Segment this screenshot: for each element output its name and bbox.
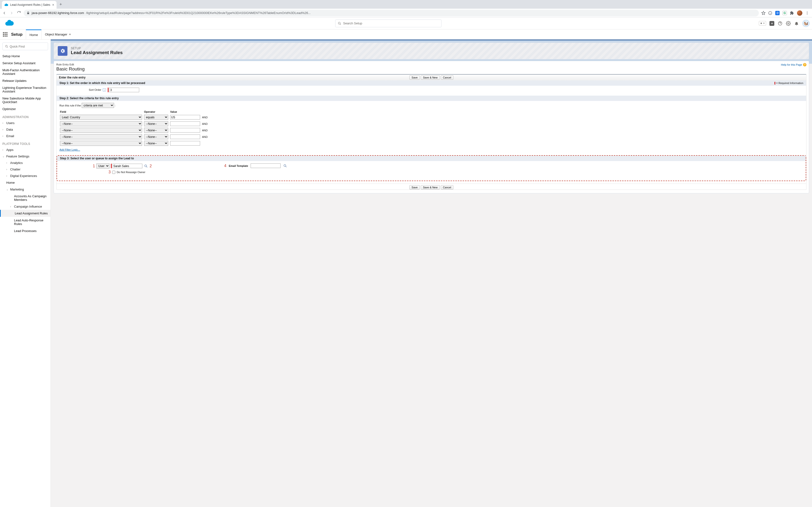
menu-icon[interactable] [805,11,809,15]
callout-4: 4 [224,164,226,168]
svg-point-3 [807,14,808,14]
operator-select[interactable]: --None-- [144,128,168,133]
cloud-icon [4,3,8,7]
lookup-icon[interactable] [283,164,287,168]
cancel-button[interactable]: Cancel [441,185,453,189]
field-select[interactable]: --None-- [60,121,142,126]
sidebar-item-lead-assignment-rules[interactable]: Lead Assignment Rules [0,210,51,217]
field-select[interactable]: --None-- [60,134,142,139]
save-new-button[interactable]: Save & New [421,185,440,189]
operator-select[interactable]: --None-- [144,121,168,126]
save-button[interactable]: Save [409,185,420,189]
global-search[interactable]: Search Setup [335,19,442,27]
sidebar-item[interactable]: Lightning Experience Transition Assistan… [0,84,51,95]
sidebar-item-digital-experiences[interactable]: ›Digital Experiences [0,173,51,179]
sidebar-item[interactable]: Multi-Factor Authentication Assistant [0,67,51,77]
criteria-row: --None-- --None-- [60,140,209,146]
sidebar-item[interactable]: Setup Home [0,53,51,60]
sidebar-item-email[interactable]: ›Email [0,133,51,139]
col-operator: Operator [144,110,170,114]
cancel-button[interactable]: Cancel [441,75,453,80]
new-tab-button[interactable]: + [57,2,65,7]
value-input[interactable] [170,121,200,126]
svg-point-9 [284,164,286,166]
do-not-reassign-checkbox[interactable] [112,171,115,174]
save-button[interactable]: Save [409,75,420,80]
extension-icon[interactable]: G [782,11,787,15]
sidebar-item-campaign-influence[interactable]: ›Campaign Influence [0,203,51,210]
sidebar-item[interactable]: Lead Auto-Response Rules [0,217,51,227]
global-actions-button[interactable]: ＋ [769,21,774,26]
info-icon[interactable]: i [103,89,106,92]
sidebar-item[interactable]: New Salesforce Mobile App QuickStart [0,95,51,106]
close-icon[interactable]: × [52,3,54,7]
quick-find-input[interactable]: Quick Find [2,43,48,50]
field-select[interactable]: --None-- [60,141,142,146]
help-icon[interactable] [778,21,782,26]
svg-point-2 [807,12,808,13]
value-input[interactable] [170,141,200,146]
assignee-input[interactable] [112,164,142,168]
assignee-type-select[interactable]: User [96,163,109,169]
field-select[interactable]: Lead: Country [60,115,142,120]
required-note: = Required Information [774,81,803,84]
sidebar-item-feature-settings[interactable]: ⌄Feature Settings [0,153,51,160]
puzzle-icon[interactable] [790,11,794,15]
address-bar[interactable]: java-power-66192.lightning.force.com/lig… [24,10,759,16]
sidebar-item[interactable]: Lead Processes [0,227,51,234]
email-template-input[interactable] [251,163,281,168]
operator-select[interactable]: --None-- [144,134,168,139]
sidebar-item-users[interactable]: ›Users [0,120,51,126]
sidebar-item-marketing[interactable]: ⌄Marketing [0,186,51,193]
sidebar-item-analytics[interactable]: ›Analytics [0,160,51,166]
save-new-button[interactable]: Save & New [421,75,440,80]
favorites-button[interactable]: ★ ▼ [759,21,766,25]
browser-tab[interactable]: Lead Assignment Rules | Sales × [2,1,57,9]
criteria-row: --None-- --None-- AND [60,127,209,133]
app-title: Setup [10,30,26,39]
info-icon[interactable] [768,11,772,15]
sidebar-item-apps[interactable]: ›Apps [0,147,51,153]
tab-title: Lead Assignment Rules | Sales [10,3,50,6]
sidebar-item-chatter[interactable]: ›Chatter [0,166,51,173]
user-avatar[interactable]: 🐿️ [802,20,810,27]
sidebar-item[interactable]: Accounts As Campaign Members [0,193,51,203]
nav-tab-object-manager[interactable]: Object Manager▼ [41,30,74,39]
rule-title: Basic Routing [56,66,85,72]
back-button[interactable] [2,11,7,15]
star-icon[interactable] [761,11,766,15]
field-select[interactable]: --None-- [60,128,142,133]
sidebar-item-home[interactable]: Home [0,179,51,186]
nav-tab-home[interactable]: Home [26,30,41,39]
col-value: Value [170,110,202,114]
callout-1: 1 [93,164,95,168]
gear-icon[interactable] [786,21,791,26]
page-eyebrow: SETUP [71,47,123,50]
sort-order-input[interactable] [109,88,139,92]
sidebar-item[interactable]: Optimizer [0,106,51,113]
sidebar-item-data[interactable]: ›Data [0,126,51,133]
reload-button[interactable] [16,11,21,15]
help-icon: ? [803,63,806,66]
url-host: java-power-66192.lightning.force.com [32,11,84,15]
operator-select[interactable]: --None-- [144,141,168,146]
help-link[interactable]: Help for this Page? [781,63,806,66]
value-input[interactable] [170,115,200,119]
sidebar-item[interactable]: Service Setup Assistant [0,60,51,67]
lookup-icon[interactable] [144,164,148,168]
add-filter-logic-link[interactable]: Add Filter Logic... [59,148,80,151]
value-input[interactable] [170,128,200,132]
operator-select[interactable]: equals [144,115,168,120]
bell-icon[interactable] [794,21,799,26]
svg-point-7 [6,45,7,47]
main-content: SETUP Lead Assignment Rules Rule Entry E… [51,40,812,507]
extension-icon[interactable]: ⦿ [775,11,779,15]
app-launcher[interactable] [0,30,10,39]
sort-order-label: Sort Order i [59,89,108,92]
salesforce-logo[interactable] [5,20,15,27]
forward-button[interactable] [9,11,14,15]
run-rule-select[interactable]: criteria are met [82,103,114,108]
profile-avatar[interactable] [797,10,802,16]
value-input[interactable] [170,134,200,139]
sidebar-item[interactable]: Release Updates [0,77,51,84]
